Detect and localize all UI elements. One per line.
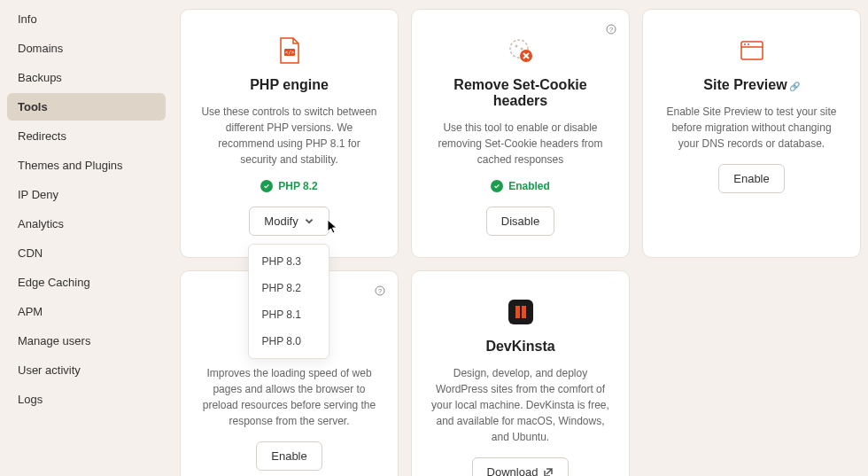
- svg-text:?: ?: [378, 287, 383, 295]
- enable-button[interactable]: Enable: [256, 441, 322, 471]
- cookie-status: Enabled: [431, 180, 609, 192]
- check-icon: [491, 180, 503, 192]
- svg-text:?: ?: [609, 26, 614, 34]
- card-title: Site Preview🔗: [663, 77, 841, 93]
- devkinsta-logo-icon: [507, 298, 535, 326]
- sidebar-item-label: Logs: [18, 393, 43, 406]
- card-description: Improves the loading speed of web pages …: [200, 365, 378, 429]
- button-label: Enable: [271, 449, 306, 463]
- info-icon[interactable]: ?: [375, 284, 385, 294]
- sidebar-item-label: Backups: [18, 71, 62, 84]
- card-description: Use these controls to switch between dif…: [200, 104, 378, 168]
- svg-rect-15: [515, 306, 520, 318]
- card-description: Design, develop, and deploy WordPress si…: [431, 365, 609, 445]
- chevron-down-icon: [304, 216, 314, 227]
- sidebar-item-info[interactable]: Info: [7, 5, 166, 33]
- svg-point-10: [744, 43, 746, 45]
- disable-button[interactable]: Disable: [486, 207, 554, 236]
- content-grid: </> PHP engine Use these controls to swi…: [173, 0, 868, 476]
- sidebar-item-cdn[interactable]: CDN: [7, 239, 166, 267]
- dropdown-option-php81[interactable]: PHP 8.1: [249, 301, 329, 328]
- info-icon[interactable]: ?: [606, 22, 616, 33]
- sidebar-item-label: Domains: [18, 42, 63, 55]
- modify-button[interactable]: Modify: [249, 207, 329, 236]
- status-text: PHP 8.2: [278, 180, 317, 192]
- button-label: Download: [487, 465, 539, 476]
- svg-rect-16: [522, 306, 526, 318]
- card-remove-cookie: ? Remove Set-Cookie headers Use this too…: [411, 9, 630, 258]
- sidebar-item-tools[interactable]: Tools: [7, 93, 166, 121]
- svg-rect-14: [508, 300, 533, 324]
- dropdown-option-php83[interactable]: PHP 8.3: [249, 248, 329, 275]
- sidebar-item-label: Info: [18, 12, 37, 26]
- sidebar-item-label: User activity: [18, 363, 81, 377]
- sidebar-item-label: Redirects: [18, 129, 66, 143]
- sidebar-item-backups[interactable]: Backups: [7, 64, 166, 91]
- sidebar-item-apm[interactable]: APM: [7, 298, 166, 325]
- sidebar-item-label: Tools: [18, 100, 48, 113]
- php-file-icon: </>: [275, 36, 304, 65]
- card-title: Remove Set-Cookie headers: [431, 77, 609, 109]
- sidebar-item-domains[interactable]: Domains: [7, 35, 166, 62]
- sidebar-item-label: APM: [18, 305, 43, 318]
- card-devkinsta: DevKinsta Design, develop, and deploy Wo…: [411, 270, 630, 476]
- button-label: Disable: [501, 215, 539, 228]
- download-button[interactable]: Download: [472, 457, 570, 476]
- php-status: PHP 8.2: [200, 180, 378, 192]
- sidebar-item-label: Analytics: [18, 217, 64, 230]
- dropdown-option-php82[interactable]: PHP 8.2: [249, 275, 329, 301]
- sidebar-item-edge-caching[interactable]: Edge Caching: [7, 269, 166, 296]
- php-version-dropdown: PHP 8.3 PHP 8.2 PHP 8.1 PHP 8.0: [248, 244, 329, 359]
- cookie-remove-icon: [507, 36, 535, 65]
- sidebar: Info Domains Backups Tools Redirects The…: [0, 0, 173, 476]
- card-description: Use this tool to enable or disable remov…: [431, 120, 609, 168]
- card-title: PHP engine: [200, 77, 378, 93]
- card-description: Enable Site Preview to test your site be…: [663, 104, 841, 152]
- sidebar-item-redirects[interactable]: Redirects: [7, 122, 166, 150]
- sidebar-item-manage-users[interactable]: Manage users: [7, 327, 166, 355]
- external-link-icon: 🔗: [789, 82, 800, 91]
- sidebar-item-label: IP Deny: [18, 188, 58, 201]
- sidebar-item-analytics[interactable]: Analytics: [7, 210, 166, 238]
- sidebar-item-user-activity[interactable]: User activity: [7, 356, 166, 384]
- sidebar-item-ip-deny[interactable]: IP Deny: [7, 181, 166, 208]
- sidebar-item-themes-plugins[interactable]: Themes and Plugins: [7, 152, 166, 179]
- svg-text:</>: </>: [284, 49, 294, 55]
- sidebar-item-label: CDN: [18, 246, 43, 260]
- svg-point-5: [515, 45, 517, 48]
- button-label: Enable: [733, 172, 769, 185]
- card-title: DevKinsta: [431, 339, 609, 355]
- card-site-preview: Site Preview🔗 Enable Site Preview to tes…: [642, 9, 861, 258]
- sidebar-item-label: Manage users: [18, 334, 90, 347]
- sidebar-item-label: Edge Caching: [18, 276, 90, 289]
- sidebar-item-logs[interactable]: Logs: [7, 386, 166, 413]
- status-text: Enabled: [508, 180, 550, 192]
- svg-point-11: [748, 43, 749, 45]
- dropdown-option-php80[interactable]: PHP 8.0: [249, 328, 329, 355]
- check-icon: [260, 180, 273, 192]
- browser-window-icon: [738, 36, 766, 65]
- svg-point-6: [520, 48, 523, 51]
- external-link-icon: [543, 467, 554, 477]
- card-php-engine: </> PHP engine Use these controls to swi…: [180, 9, 399, 258]
- button-label: Modify: [264, 215, 298, 228]
- sidebar-item-label: Themes and Plugins: [18, 159, 123, 172]
- enable-button[interactable]: Enable: [718, 164, 784, 193]
